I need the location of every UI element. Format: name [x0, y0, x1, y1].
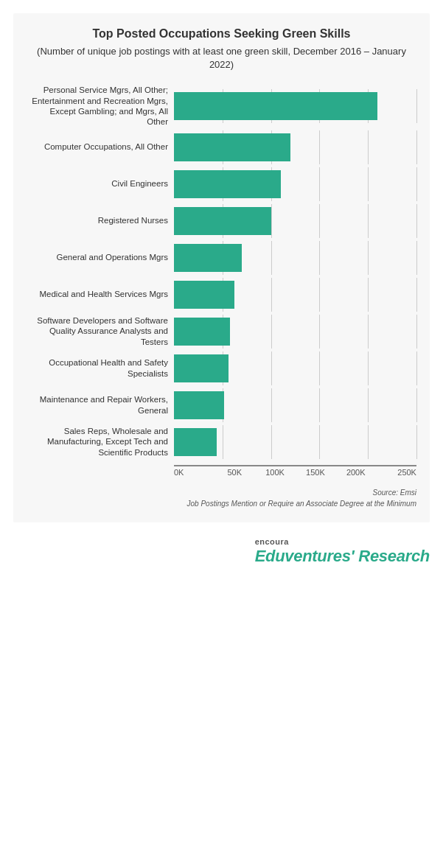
grid-line — [416, 241, 417, 275]
grid-line — [368, 278, 369, 312]
grid-line — [319, 204, 320, 238]
brand-bottom: Eduventures' Research — [255, 547, 430, 566]
grid-line — [319, 278, 320, 312]
grid-line — [319, 388, 320, 422]
bar-label: Personal Service Mgrs, All Other; Entert… — [27, 85, 174, 127]
bar-row: Registered Nurses — [27, 204, 416, 238]
bar-fill — [174, 428, 217, 456]
grid-line — [271, 388, 272, 422]
bar-row: General and Operations Mgrs — [27, 241, 416, 275]
x-axis-label: 250K — [376, 468, 416, 477]
brand: encoura Eduventures' Research — [255, 537, 430, 566]
x-axis-label: 100K — [255, 468, 296, 477]
bar-track — [174, 278, 416, 312]
chart-area: Personal Service Mgrs, All Other; Entert… — [27, 85, 416, 462]
x-axis-labels: 0K50K100K150K200K250K — [174, 468, 416, 477]
grid-line — [319, 130, 320, 164]
bar-label: General and Operations Mgrs — [27, 252, 174, 262]
grid-line — [416, 315, 417, 349]
bar-row: Medical and Health Services Mgrs — [27, 278, 416, 312]
grid-line — [271, 204, 272, 238]
grid-line — [271, 425, 272, 459]
grid-line — [368, 388, 369, 422]
bar-fill — [174, 391, 224, 419]
bar-track — [174, 388, 416, 422]
grid-line — [416, 89, 417, 123]
bar-fill — [174, 244, 242, 272]
bar-label: Occupational Health and Safety Specialis… — [27, 357, 174, 379]
grid-line — [223, 425, 223, 459]
grid-line — [368, 130, 369, 164]
grid-line — [368, 425, 369, 459]
bar-label: Computer Occupations, All Other — [27, 141, 174, 152]
bar-fill — [174, 354, 229, 382]
grid-line — [368, 351, 369, 385]
grid-line — [368, 315, 369, 349]
grid-line — [319, 241, 320, 275]
bar-fill — [174, 281, 234, 309]
bar-label: Maintenance and Repair Workers, General — [27, 394, 174, 416]
grid-line — [319, 425, 320, 459]
chart-title: Top Posted Occupations Seeking Green Ski… — [27, 27, 416, 42]
bar-fill — [174, 170, 281, 198]
bar-row: Civil Engineers — [27, 167, 416, 201]
grid-line — [319, 351, 320, 385]
grid-line — [271, 351, 272, 385]
grid-line — [271, 315, 272, 349]
bar-row: Maintenance and Repair Workers, General — [27, 388, 416, 422]
grid-line — [416, 167, 417, 201]
footer: encoura Eduventures' Research — [0, 522, 443, 579]
bar-row: Personal Service Mgrs, All Other; Entert… — [27, 85, 416, 127]
bar-label: Software Developers and Software Quality… — [27, 315, 174, 347]
source-note: Source: Emsi Job Postings Mention or Req… — [27, 487, 416, 509]
bar-track — [174, 167, 416, 201]
brand-top: encoura — [255, 537, 430, 546]
grid-line — [416, 204, 417, 238]
grid-line — [368, 241, 369, 275]
chart-subtitle: (Number of unique job postings with at l… — [27, 45, 416, 71]
grid-line — [416, 130, 417, 164]
grid-line — [416, 351, 417, 385]
grid-line — [416, 278, 417, 312]
grid-line — [319, 315, 320, 349]
bar-row: Computer Occupations, All Other — [27, 130, 416, 164]
grid-line — [368, 167, 369, 201]
x-axis-label: 50K — [214, 468, 255, 477]
grid-line — [319, 167, 320, 201]
x-axis-label: 150K — [295, 468, 335, 477]
grid-line — [271, 241, 272, 275]
grid-line — [416, 425, 417, 459]
bar-track — [174, 89, 416, 123]
bar-label: Civil Engineers — [27, 178, 174, 189]
bar-track — [174, 204, 416, 238]
bar-fill — [174, 318, 230, 346]
bar-label: Medical and Health Services Mgrs — [27, 289, 174, 299]
bar-row: Software Developers and Software Quality… — [27, 315, 416, 349]
bar-fill — [174, 207, 271, 235]
bar-row: Occupational Health and Safety Specialis… — [27, 351, 416, 385]
bar-track — [174, 241, 416, 275]
bar-fill — [174, 92, 377, 120]
x-axis-label: 0K — [174, 468, 214, 477]
bar-label: Sales Reps, Wholesale and Manufacturing,… — [27, 426, 174, 458]
bar-fill — [174, 133, 290, 161]
chart-container: Top Posted Occupations Seeking Green Ski… — [13, 13, 430, 522]
x-axis-label: 200K — [335, 468, 376, 477]
bar-track — [174, 425, 416, 459]
grid-line — [368, 204, 369, 238]
grid-line — [271, 278, 272, 312]
grid-line — [416, 388, 417, 422]
page: Top Posted Occupations Seeking Green Ski… — [0, 13, 443, 579]
bar-row: Sales Reps, Wholesale and Manufacturing,… — [27, 425, 416, 459]
bar-track — [174, 130, 416, 164]
bar-label: Registered Nurses — [27, 215, 174, 225]
bar-track — [174, 351, 416, 385]
bar-track — [174, 315, 416, 349]
